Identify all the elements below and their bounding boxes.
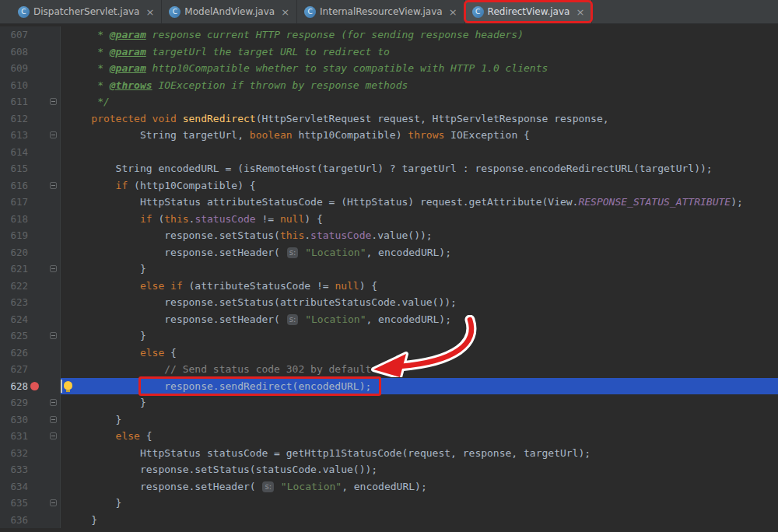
gutter[interactable]: 613 (0, 127, 61, 144)
code-text[interactable]: HttpStatus attributeStatusCode = (HttpSt… (61, 194, 778, 211)
gutter[interactable]: 626 (0, 345, 61, 362)
code-segment: response.setStatus(statusCode.value()); (67, 464, 377, 475)
gutter[interactable]: 608 (0, 44, 61, 61)
gutter[interactable]: 619 (0, 227, 61, 244)
code-text[interactable]: protected void sendRedirect(HttpServletR… (61, 110, 778, 128)
fold-icon[interactable] (50, 432, 57, 439)
gutter[interactable]: 627 (0, 361, 61, 378)
gutter[interactable]: 615 (0, 160, 61, 177)
gutter[interactable]: 612 (0, 110, 61, 128)
gutter[interactable]: 633 (0, 461, 61, 478)
fold-slot[interactable] (47, 399, 60, 406)
line-number: 607 (0, 26, 28, 44)
code-text[interactable]: // Send status code 302 by default (61, 361, 778, 378)
fold-icon[interactable] (50, 98, 57, 105)
fold-icon[interactable] (50, 499, 57, 506)
intention-bulb-icon[interactable] (64, 381, 72, 390)
code-text[interactable]: String encodedURL = (isRemoteHost(target… (61, 160, 778, 177)
code-text[interactable]: response.setStatus(statusCode.value()); (61, 461, 778, 478)
breakpoint-slot[interactable] (28, 382, 40, 390)
code-text[interactable]: * @param response current HTTP response … (61, 26, 778, 44)
tab-dispatcherservlet-java[interactable]: C DispatcherServlet.java × (11, 0, 162, 23)
code-text[interactable]: } (61, 495, 778, 512)
code-text[interactable]: else { (61, 428, 778, 445)
fold-slot[interactable] (47, 416, 60, 423)
close-icon[interactable]: × (281, 7, 289, 17)
gutter[interactable]: 620 (0, 244, 61, 261)
fold-icon[interactable] (50, 416, 57, 423)
gutter[interactable]: 632 (0, 445, 61, 462)
line-number: 619 (0, 227, 28, 244)
fold-icon[interactable] (50, 265, 57, 272)
code-segment: response.sendRedirect(encodedURL); (67, 380, 371, 392)
gutter[interactable]: 614 (0, 144, 61, 161)
code-line: 626 else { (0, 345, 778, 362)
code-text[interactable]: } (61, 327, 778, 345)
code-text[interactable]: } (61, 411, 778, 429)
gutter[interactable]: 609 (0, 60, 61, 77)
code-text[interactable]: response.setHeader( s: "Location", encod… (61, 244, 778, 261)
close-icon[interactable]: × (576, 7, 584, 17)
fold-slot[interactable] (47, 499, 60, 506)
gutter[interactable]: 630 (0, 411, 61, 429)
fold-icon[interactable] (50, 131, 57, 138)
code-text[interactable]: } (61, 394, 778, 411)
code-text[interactable]: } (61, 512, 778, 529)
code-text[interactable]: response.setHeader( s: "Location", encod… (61, 311, 778, 328)
code-text[interactable]: else if (attributeStatusCode != null) { (61, 278, 778, 295)
gutter[interactable]: 634 (0, 478, 61, 495)
tab-internalresourceview-java[interactable]: C InternalResourceView.java × (297, 0, 465, 23)
code-segment: * (67, 29, 110, 40)
code-text[interactable]: response.setStatus(this.statusCode.value… (61, 227, 778, 244)
fold-slot[interactable] (47, 265, 60, 272)
line-number: 611 (0, 93, 28, 110)
gutter[interactable]: 636 (0, 512, 61, 529)
gutter[interactable]: 624 (0, 311, 61, 328)
gutter[interactable]: 635 (0, 495, 61, 512)
gutter[interactable]: 625 (0, 327, 61, 345)
code-text[interactable]: String targetUrl, boolean http10Compatib… (61, 127, 778, 144)
fold-slot[interactable] (47, 182, 60, 189)
gutter[interactable]: 618 (0, 211, 61, 228)
fold-slot[interactable] (47, 432, 60, 439)
fold-icon[interactable] (50, 182, 57, 189)
fold-icon[interactable] (50, 332, 57, 339)
code-text[interactable] (61, 144, 778, 161)
gutter[interactable]: 621 (0, 261, 61, 278)
code-text[interactable]: } (61, 261, 778, 278)
gutter[interactable]: 617 (0, 194, 61, 211)
fold-slot[interactable] (47, 98, 60, 105)
gutter[interactable]: 631 (0, 428, 61, 445)
code-text[interactable]: HttpStatus statusCode = getHttp11StatusC… (61, 445, 778, 462)
gutter[interactable]: 629 (0, 394, 61, 411)
code-line: 631 else { (0, 428, 778, 445)
close-icon[interactable]: × (145, 7, 154, 17)
code-text[interactable]: if (this.statusCode != null) { (61, 211, 778, 228)
breakpoint-icon[interactable] (30, 382, 39, 390)
code-text[interactable]: * @param targetUrl the target URL to red… (61, 44, 778, 61)
gutter[interactable]: 622 (0, 278, 61, 295)
code-text[interactable]: * @param http10Compatible whether to sta… (61, 60, 778, 77)
gutter[interactable]: 623 (0, 294, 61, 311)
code-text[interactable]: * @throws IOException if thrown by respo… (61, 77, 778, 94)
gutter[interactable]: 616 (0, 177, 61, 194)
gutter[interactable]: 611 (0, 93, 61, 110)
code-text[interactable]: */ (61, 93, 778, 110)
code-segment: ) { (304, 213, 322, 225)
fold-icon[interactable] (50, 399, 57, 406)
code-line: 610 * @throws IOException if thrown by r… (0, 77, 778, 94)
code-text[interactable]: if (http10Compatible) { (61, 177, 778, 194)
tab-modelandview-java[interactable]: C ModelAndView.java × (162, 0, 297, 23)
close-icon[interactable]: × (449, 7, 457, 17)
code-text[interactable]: response.setHeader( s: "Location", encod… (61, 478, 778, 495)
code-text[interactable]: response.sendRedirect(encodedURL); (61, 378, 778, 395)
fold-slot[interactable] (47, 131, 60, 138)
fold-slot[interactable] (47, 332, 60, 339)
tab-redirectview-java[interactable]: C RedirectView.java × (465, 0, 593, 23)
code-editor[interactable]: 607 * @param response current HTTP respo… (0, 24, 778, 532)
code-text[interactable]: response.setStatus(attributeStatusCode.v… (61, 294, 778, 311)
gutter[interactable]: 628 (0, 378, 61, 395)
gutter[interactable]: 610 (0, 77, 61, 94)
code-text[interactable]: else { (61, 345, 778, 362)
gutter[interactable]: 607 (0, 26, 61, 44)
